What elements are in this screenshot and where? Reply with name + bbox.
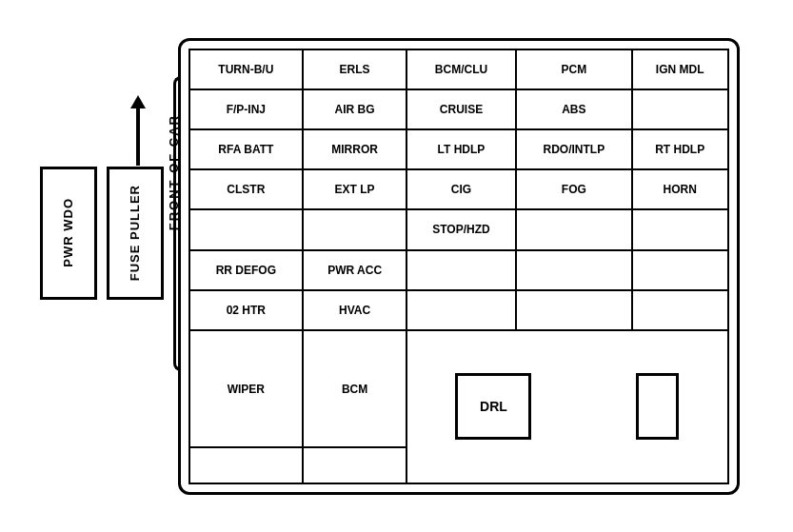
- cell-empty-r5c5: [632, 209, 728, 249]
- fuse-box-main: TURN-B/U ERLS BCM/CLU PCM IGN MDL F/P-IN…: [178, 38, 740, 495]
- cell-empty-r5c1: [189, 209, 304, 249]
- cell-empty-r6c4: [516, 250, 632, 290]
- cell-empty-r5c4: [516, 209, 632, 249]
- pwr-wdo-box: PWR WDO: [40, 167, 97, 300]
- cell-empty-r7c3: [406, 290, 516, 330]
- cell-rfa-batt: RFA BATT: [189, 129, 304, 169]
- cell-fog: FOG: [516, 169, 632, 209]
- table-row: WIPER BCM DRL: [189, 330, 728, 447]
- cell-empty-r2c5: [632, 89, 728, 129]
- arrow-up: [130, 95, 146, 166]
- cell-bcm-clu: BCM/CLU: [406, 49, 516, 89]
- cell-turn-bu: TURN-B/U: [189, 49, 304, 89]
- cell-drl-area: DRL: [406, 330, 727, 483]
- cell-fp-inj: F/P-INJ: [189, 89, 304, 129]
- cell-stop-hzd: STOP/HZD: [406, 209, 516, 249]
- cell-empty-r9c2: [303, 447, 406, 483]
- cell-pcm: PCM: [516, 49, 632, 89]
- cell-rr-defog: RR DEFOG: [189, 250, 304, 290]
- cell-abs: ABS: [516, 89, 632, 129]
- cell-empty-r9c1: [189, 447, 304, 483]
- drl-box: DRL: [455, 373, 531, 440]
- cell-hvac: HVAC: [303, 290, 406, 330]
- table-row: CLSTR EXT LP CIG FOG HORN: [189, 169, 728, 209]
- cell-erls: ERLS: [303, 49, 406, 89]
- fuse-diagram: PWR WDO FUSE PULLER FRONT OF CAR TURN-B/…: [26, 19, 768, 514]
- cell-rdo-intlp: RDO/INTLP: [516, 129, 632, 169]
- cell-clstr: CLSTR: [189, 169, 304, 209]
- table-row: RFA BATT MIRROR LT HDLP RDO/INTLP RT HDL…: [189, 129, 728, 169]
- cell-rt-hdlp: RT HDLP: [632, 129, 728, 169]
- arrow-shaft: [136, 108, 140, 166]
- cell-02-htr: 02 HTR: [189, 290, 304, 330]
- cell-empty-r6c3: [406, 250, 516, 290]
- cell-horn: HORN: [632, 169, 728, 209]
- cell-ign-mdl: IGN MDL: [632, 49, 728, 89]
- cell-empty-r5c2: [303, 209, 406, 249]
- fuse-puller-box: FUSE PULLER: [107, 167, 164, 300]
- pwr-wdo-label: PWR WDO: [61, 198, 75, 267]
- cell-cruise: CRUISE: [406, 89, 516, 129]
- cell-pwr-acc: PWR ACC: [303, 250, 406, 290]
- cell-empty-r6c5: [632, 250, 728, 290]
- table-row: STOP/HZD: [189, 209, 728, 249]
- cell-empty-r7c4: [516, 290, 632, 330]
- cell-air-bg: AIR BG: [303, 89, 406, 129]
- table-row: TURN-B/U ERLS BCM/CLU PCM IGN MDL: [189, 49, 728, 89]
- fuse-table: TURN-B/U ERLS BCM/CLU PCM IGN MDL F/P-IN…: [188, 49, 729, 484]
- fuse-grid: TURN-B/U ERLS BCM/CLU PCM IGN MDL F/P-IN…: [188, 49, 729, 484]
- cell-ext-lp: EXT LP: [303, 169, 406, 209]
- bottom-boxes: DRL: [410, 333, 724, 480]
- cell-lt-hdlp: LT HDLP: [406, 129, 516, 169]
- table-row: F/P-INJ AIR BG CRUISE ABS: [189, 89, 728, 129]
- drl-label: DRL: [480, 399, 507, 414]
- cell-cig: CIG: [406, 169, 516, 209]
- cell-bcm: BCM: [303, 330, 406, 447]
- cell-empty-r7c5: [632, 290, 728, 330]
- table-row: 02 HTR HVAC: [189, 290, 728, 330]
- arrow-head: [130, 95, 146, 108]
- table-row: RR DEFOG PWR ACC: [189, 250, 728, 290]
- cell-wiper: WIPER: [189, 330, 304, 447]
- small-box: [636, 373, 679, 440]
- fuse-puller-label: FUSE PULLER: [128, 185, 142, 281]
- cell-mirror: MIRROR: [303, 129, 406, 169]
